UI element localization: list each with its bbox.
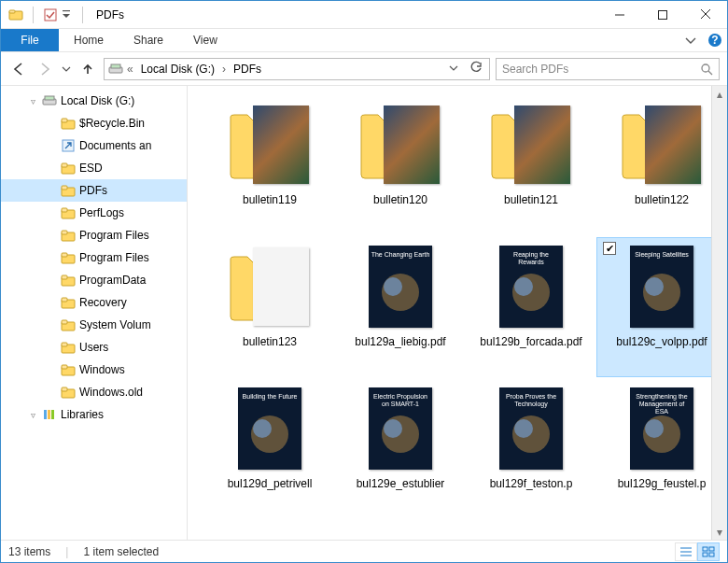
file-tab[interactable]: File bbox=[1, 29, 59, 51]
navigation-pane[interactable]: ▿Local Disk (G:)$Recycle.BinDocuments an… bbox=[1, 86, 188, 540]
properties-icon[interactable] bbox=[43, 7, 58, 22]
tree-item-label: Local Disk (G:) bbox=[61, 94, 134, 107]
svg-rect-5 bbox=[659, 10, 667, 19]
file-item[interactable]: ✔ The Changing Earth bul129a_liebig.pdf bbox=[335, 237, 466, 377]
svg-point-12 bbox=[702, 64, 709, 72]
thumbnail: Sleeping Satellites bbox=[617, 242, 707, 331]
libraries-icon bbox=[42, 407, 57, 422]
up-button[interactable] bbox=[77, 59, 98, 79]
file-item[interactable]: ✔ bulletin123 bbox=[204, 237, 335, 377]
tree-item-label: Libraries bbox=[61, 408, 104, 421]
tree-item[interactable]: Program Files bbox=[1, 224, 187, 246]
tree-item[interactable]: Windows.old bbox=[1, 381, 187, 403]
svg-text:?: ? bbox=[711, 34, 718, 47]
tree-item[interactable]: ProgramData bbox=[1, 269, 187, 291]
quick-access-toolbar bbox=[1, 7, 89, 23]
file-name: bulletin122 bbox=[635, 193, 689, 206]
chevron-icon[interactable]: « bbox=[127, 63, 133, 76]
tree-item-label: Users bbox=[79, 341, 108, 354]
title-bar: PDFs bbox=[1, 1, 727, 29]
tree-item[interactable]: Program Files bbox=[1, 246, 187, 269]
file-item[interactable]: ✔ Strengthening the Management of ESA bu… bbox=[596, 379, 711, 519]
svg-rect-3 bbox=[63, 10, 70, 11]
qat-dropdown-icon[interactable] bbox=[62, 7, 73, 22]
tree-item[interactable]: PDFs bbox=[1, 179, 187, 202]
file-item[interactable]: ✔ bulletin120 bbox=[335, 95, 466, 235]
thumbnail bbox=[486, 100, 576, 190]
scrollbar-vertical[interactable]: ▴ ▾ bbox=[711, 86, 727, 540]
checkbox-icon[interactable]: ✔ bbox=[603, 242, 616, 255]
back-button[interactable] bbox=[8, 59, 29, 79]
tree-item[interactable]: $Recycle.Bin bbox=[1, 112, 187, 134]
forward-button[interactable] bbox=[35, 59, 55, 79]
svg-point-47 bbox=[514, 277, 533, 296]
file-item[interactable]: ✔ Building the Future bul129d_petrivell bbox=[204, 379, 335, 519]
files-grid[interactable]: ✔ bulletin119✔ bulletin120✔ bulletin121✔… bbox=[188, 86, 711, 540]
recent-dropdown-icon[interactable] bbox=[61, 59, 72, 79]
minimize-button[interactable] bbox=[598, 1, 641, 29]
folder-icon bbox=[61, 317, 76, 332]
search-placeholder: Search PDFs bbox=[502, 63, 700, 76]
folder-icon bbox=[61, 340, 76, 355]
expand-icon[interactable]: ▿ bbox=[27, 96, 38, 106]
svg-rect-26 bbox=[62, 231, 67, 234]
svg-rect-11 bbox=[111, 64, 120, 68]
svg-rect-43 bbox=[51, 410, 54, 419]
details-view-button[interactable] bbox=[675, 542, 697, 561]
tab-home[interactable]: Home bbox=[59, 29, 119, 51]
drive-icon bbox=[42, 93, 57, 108]
tree-item[interactable]: Documents an bbox=[1, 134, 187, 157]
addr-dropdown-icon[interactable] bbox=[444, 63, 463, 76]
address-bar[interactable]: « Local Disk (G:) › PDFs bbox=[104, 58, 490, 80]
folder-icon bbox=[8, 7, 23, 22]
ribbon-expand-icon[interactable] bbox=[679, 29, 703, 51]
scroll-up-icon[interactable]: ▴ bbox=[712, 86, 727, 102]
thumbnails-view-button[interactable] bbox=[697, 542, 720, 561]
tree-item[interactable]: ▿Libraries bbox=[1, 403, 187, 426]
status-bar: 13 items | 1 item selected bbox=[1, 540, 727, 562]
folder-icon bbox=[61, 183, 76, 198]
file-item[interactable]: ✔ Proba Proves the Technology bul129f_te… bbox=[466, 379, 596, 519]
tree-item-label: Documents an bbox=[79, 139, 151, 152]
search-input[interactable]: Search PDFs bbox=[496, 58, 720, 80]
breadcrumb[interactable]: PDFs bbox=[230, 63, 265, 76]
breadcrumb[interactable]: Local Disk (G:) bbox=[137, 63, 218, 76]
tree-item[interactable]: ESD bbox=[1, 157, 187, 179]
file-item[interactable]: ✔ bulletin119 bbox=[204, 95, 335, 235]
file-name: bulletin123 bbox=[243, 335, 297, 348]
tab-view[interactable]: View bbox=[178, 29, 232, 51]
scroll-down-icon[interactable]: ▾ bbox=[712, 524, 727, 540]
tree-item[interactable]: PerfLogs bbox=[1, 202, 187, 224]
folder-icon bbox=[61, 228, 76, 243]
tree-item[interactable]: System Volum bbox=[1, 314, 187, 336]
tree-item[interactable]: Windows bbox=[1, 359, 187, 381]
tree-item-label: Program Files bbox=[79, 229, 149, 242]
tree-item[interactable]: Recovery bbox=[1, 291, 187, 314]
expand-icon[interactable]: ▿ bbox=[27, 410, 38, 420]
svg-point-57 bbox=[645, 419, 664, 438]
file-item[interactable]: ✔ Electric Propulsion on SMART-1 bul129e… bbox=[335, 379, 466, 519]
file-name: bulletin120 bbox=[373, 193, 427, 206]
file-item[interactable]: ✔ Sleeping Satellites bul129c_volpp.pdf bbox=[596, 237, 711, 377]
chevron-right-icon[interactable]: › bbox=[222, 63, 226, 76]
tree-item[interactable]: Users bbox=[1, 336, 187, 359]
file-item[interactable]: ✔ bulletin121 bbox=[466, 95, 596, 235]
tree-item[interactable]: ▿Local Disk (G:) bbox=[1, 90, 187, 112]
file-item[interactable]: ✔ Reaping the Rewards bul129b_forcada.pd… bbox=[466, 237, 596, 377]
svg-rect-1 bbox=[9, 10, 15, 13]
svg-rect-2 bbox=[45, 9, 56, 21]
svg-rect-36 bbox=[62, 343, 67, 346]
file-item[interactable]: ✔ bulletin122 bbox=[596, 95, 711, 235]
tab-share[interactable]: Share bbox=[119, 29, 178, 51]
help-icon[interactable]: ? bbox=[703, 29, 727, 51]
close-button[interactable] bbox=[684, 1, 727, 29]
thumbnail bbox=[356, 100, 445, 190]
svg-rect-40 bbox=[62, 387, 67, 391]
folder-icon bbox=[61, 116, 76, 131]
thumbnail: Strengthening the Management of ESA bbox=[617, 384, 707, 473]
tree-item-label: PerfLogs bbox=[79, 206, 124, 219]
file-name: bul129d_petrivell bbox=[228, 477, 313, 490]
maximize-button[interactable] bbox=[641, 1, 684, 29]
refresh-icon[interactable] bbox=[467, 61, 485, 77]
thumbnail: Building the Future bbox=[225, 384, 315, 473]
